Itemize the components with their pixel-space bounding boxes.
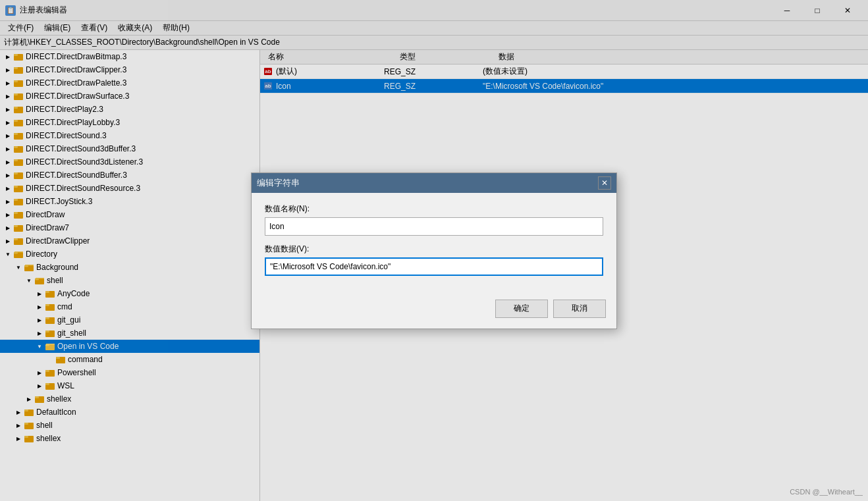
dialog-body: 数值名称(N): 数值数据(V):	[252, 193, 616, 294]
ok-button[interactable]: 确定	[495, 300, 548, 318]
data-label: 数值数据(V):	[265, 244, 603, 255]
dialog-close-button[interactable]: ✕	[598, 176, 611, 190]
name-input[interactable]	[265, 217, 603, 236]
cancel-button[interactable]: 取消	[553, 300, 606, 318]
dialog-overlay: 编辑字符串 ✕ 数值名称(N): 数值数据(V): 确定 取消	[0, 0, 868, 501]
edit-string-dialog: 编辑字符串 ✕ 数值名称(N): 数值数据(V): 确定 取消	[251, 172, 617, 329]
dialog-title: 编辑字符串	[257, 177, 300, 189]
dialog-title-bar: 编辑字符串 ✕	[252, 173, 616, 193]
name-label: 数值名称(N):	[265, 203, 603, 215]
dialog-footer: 确定 取消	[252, 294, 616, 329]
data-input[interactable]	[265, 257, 603, 276]
